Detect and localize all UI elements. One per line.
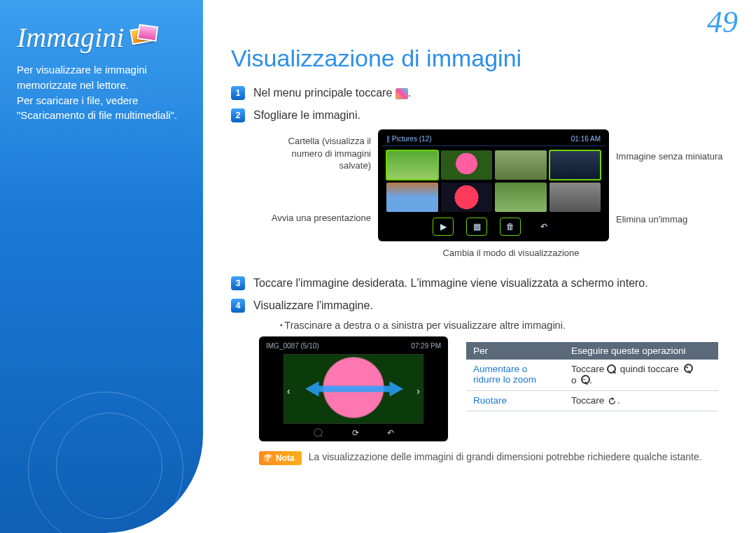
label-folder: Cartella (visualizza il numero di immagi… <box>266 135 371 172</box>
view-mode-button[interactable]: ▦ <box>466 218 487 236</box>
svg-text:✓: ✓ <box>266 456 271 462</box>
device-header-time: 01:16 AM <box>571 135 601 143</box>
device-header: ‖ Pictures (12) 01:16 AM <box>382 134 605 146</box>
page-number: 49 <box>707 4 738 40</box>
table-row-zoom: Aumentare o ridurre lo zoom Toccare quin… <box>466 360 718 390</box>
cell-zoom-label: Aumentare o ridurre lo zoom <box>466 360 564 390</box>
label-slideshow: Avvia una presentazione <box>266 212 371 225</box>
device-toolbar: ▶ ▦ 🗑 ↶ <box>382 213 605 236</box>
thumb-arch[interactable] <box>386 183 438 212</box>
step-2: 2 Sfogliare le immagini. <box>231 107 736 124</box>
table-row-rotate: Ruotare Toccare . <box>466 390 718 411</box>
note-text: La visualizzazione delle immagini di gra… <box>309 451 702 462</box>
fullscreen-image[interactable]: ‹ › <box>284 354 424 424</box>
magnifier-plus-icon <box>682 364 692 375</box>
cell-rotate-a: Toccare <box>571 395 604 406</box>
rotate-icon <box>607 396 617 406</box>
prev-icon[interactable]: ‹ <box>287 385 290 397</box>
zoom-icon[interactable] <box>314 428 324 439</box>
step-1: 1 Nel menu principale toccare . <box>231 85 736 101</box>
cell-zoom-b: quindi toccare <box>620 364 679 374</box>
label-view-mode: Cambia il modo di visualizzazione <box>420 247 602 260</box>
manual-page: Immagini Per visualizzare le immagini me… <box>0 0 756 533</box>
thumb-gray[interactable] <box>550 183 601 212</box>
device2-time: 07:29 PM <box>411 342 441 350</box>
operations-table: Per Eseguire queste operazioni Aumentare… <box>466 342 718 411</box>
slideshow-button[interactable]: ▶ <box>433 218 454 236</box>
step-1-text-b: . <box>408 87 411 99</box>
step-badge-2: 2 <box>231 108 245 122</box>
th-per: Per <box>466 342 564 360</box>
pictures-app-icon <box>396 88 408 99</box>
step-3-text: Toccare l'immagine desiderata. L'immagin… <box>253 275 736 292</box>
step-badge-1: 1 <box>231 86 245 100</box>
device-preview-fullscreen: IMG_0087 (5/10) 07:29 PM ‹ › ⟳ ↶ <box>259 336 448 441</box>
sidebar-description: Per visualizzare le immagini memorizzate… <box>17 62 189 123</box>
sidebar: Immagini Per visualizzare le immagini me… <box>0 0 203 533</box>
note-cube-icon: ✓ <box>263 453 273 463</box>
step-2-text: Sfogliare le immagini. <box>253 107 736 124</box>
label-no-thumb: Immagine senza miniatura <box>616 150 728 163</box>
note-badge-text: Nota <box>276 453 295 463</box>
thumb-red[interactable] <box>441 183 493 212</box>
device2-header: IMG_0087 (5/10) 07:29 PM <box>263 341 444 351</box>
magnifier-minus-icon <box>579 376 589 386</box>
main-content: 49 Visualizzazione di immagini 1 Nel men… <box>203 0 756 533</box>
sidebar-title: Immagini <box>17 21 189 54</box>
thumb-folder[interactable] <box>386 150 438 180</box>
device2-title: IMG_0087 (5/10) <box>266 342 319 350</box>
label-delete: Elimina un'immag <box>616 213 728 226</box>
rotate-icon[interactable]: ⟳ <box>352 428 359 439</box>
thumb-sheep[interactable] <box>495 150 547 180</box>
swipe-arrow-icon <box>305 381 403 397</box>
annotated-screenshot-1: Cartella (visualizza il numero di immagi… <box>266 129 736 269</box>
note-badge: ✓ Nota <box>259 451 302 465</box>
step-badge-3: 3 <box>231 276 245 290</box>
thumbnail-grid <box>382 146 605 213</box>
thumb-no-preview[interactable] <box>550 150 601 180</box>
cell-rotate-ops: Toccare . <box>564 390 718 411</box>
main-title: Visualizzazione di immagini <box>231 45 736 72</box>
cell-zoom-c: o <box>571 375 577 385</box>
step-3: 3 Toccare l'immagine desiderata. L'immag… <box>231 275 736 292</box>
step-4-text: Visualizzare l'immagine. <box>253 297 736 314</box>
thumb-green[interactable] <box>495 183 547 212</box>
photos-icon <box>130 25 159 50</box>
device-preview-browse: ‖ Pictures (12) 01:16 AM ▶ ▦ 🗑 <box>378 129 609 241</box>
sidebar-title-text: Immagini <box>17 21 124 54</box>
cell-rotate-label: Ruotare <box>466 390 564 411</box>
magnifier-icon <box>607 364 617 375</box>
back-icon[interactable]: ↶ <box>387 428 394 439</box>
step-1-text: Nel menu principale toccare . <box>253 85 736 101</box>
next-icon[interactable]: › <box>416 385 420 397</box>
note: ✓ Nota La visualizzazione delle immagini… <box>259 451 736 465</box>
device-header-title: ‖ Pictures (12) <box>386 135 431 143</box>
step-1-text-a: Nel menu principale toccare <box>253 87 392 99</box>
cell-zoom-a: Toccare <box>571 364 604 374</box>
delete-button[interactable]: 🗑 <box>500 218 521 236</box>
step-4: 4 Visualizzare l'immagine. <box>231 297 736 314</box>
back-button[interactable]: ↶ <box>533 218 554 236</box>
cell-zoom-ops: Toccare quindi toccare o . <box>564 360 718 390</box>
step-badge-4: 4 <box>231 299 245 313</box>
th-ops: Eseguire queste operazioni <box>564 342 718 360</box>
thumb-flower[interactable] <box>441 150 493 180</box>
device2-toolbar: ⟳ ↶ <box>263 427 444 439</box>
fullscreen-row: IMG_0087 (5/10) 07:29 PM ‹ › ⟳ ↶ Per Es <box>259 336 736 441</box>
step-4-bullet: Trascinare a destra o a sinistra per vis… <box>280 320 736 331</box>
